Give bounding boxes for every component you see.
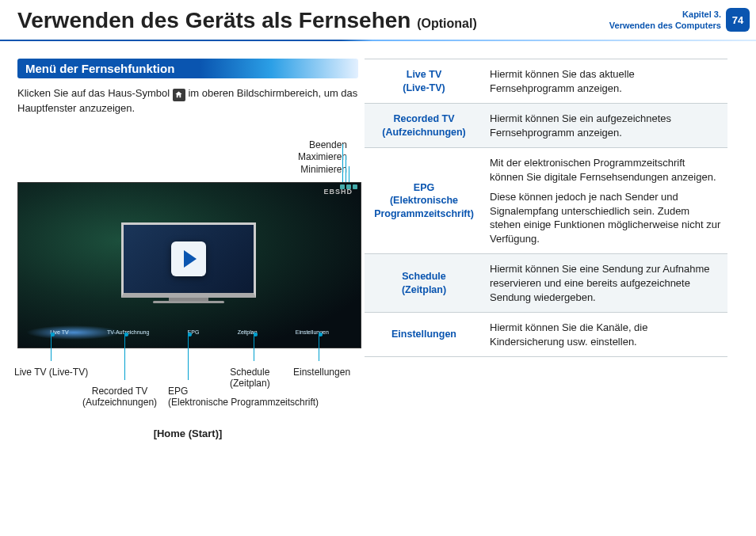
table-row: Schedule (Zeitplan) Hiermit können Sie e… — [365, 254, 727, 313]
callout-schedule: Schedule (Zeitplan) — [230, 367, 270, 390]
table-row: Live TV (Live-TV) Hiermit können Sie das… — [365, 59, 727, 104]
chapter-box: Kapitel 3. Verwenden des Computers 74 — [609, 8, 756, 32]
callout-live: Live TV (Live-TV) — [14, 367, 88, 378]
chapter-line2: Verwenden des Computers — [609, 20, 721, 31]
menu-callouts: Live TV (Live-TV) Recorded TV (Aufzeichn… — [17, 353, 358, 424]
row-label: Recorded TV (Aufzeichnungen) — [365, 104, 483, 148]
row-description: Hiermit können Sie eine Sendung zur Aufn… — [483, 254, 727, 313]
row-label: Schedule (Zeitplan) — [365, 254, 483, 313]
callout-settings: Einstellungen — [293, 367, 350, 378]
leader-line — [346, 155, 346, 184]
row-label: Live TV (Live-TV) — [365, 59, 483, 104]
leader-line — [342, 144, 343, 184]
row-description: Hiermit können Sie das aktuelle Fernsehp… — [483, 59, 727, 104]
window-control-callouts: Beenden Maximieren Minimieren — [17, 139, 347, 177]
chapter-line1: Kapitel 3. — [609, 9, 721, 20]
table-row: Recorded TV (Aufzeichnungen) Hiermit kön… — [365, 104, 727, 148]
header-underline — [0, 40, 756, 41]
tv-monitor-graphic — [121, 222, 256, 303]
channel-logo: EBSHD — [323, 188, 353, 196]
tv-app-screenshot: EBSHD Live TV TV-Aufzeichnung EPG Zeitpl… — [17, 182, 361, 348]
table-row: Einstellungen Hiermit können Sie die Kan… — [365, 313, 727, 357]
intro-part1: Klicken Sie auf das Haus-Symbol — [17, 87, 173, 99]
page-title: Verwenden des Geräts als Fernsehen (Opti… — [17, 8, 477, 33]
page-number-badge: 74 — [726, 8, 750, 32]
callout-close: Beenden — [17, 139, 347, 152]
row-label: EPG (Elektronische Programmzeitschrift) — [365, 148, 483, 254]
leader-line — [349, 166, 349, 184]
play-button[interactable] — [171, 241, 206, 276]
title-optional: (Optional) — [417, 17, 477, 30]
callout-epg: EPG (Elektronische Programmzeitschrift) — [168, 386, 350, 409]
callout-maximize: Maximieren — [17, 151, 347, 164]
row-description: Mit der elektronischen Programmzeitschri… — [483, 148, 727, 254]
title-main: Verwenden des Geräts als Fernsehen — [17, 8, 410, 32]
section-title: Menü der Fernsehfunktion — [17, 59, 358, 78]
row-label: Einstellungen — [365, 313, 483, 357]
row-description: Hiermit können Sie die Kanäle, die Kinde… — [483, 313, 727, 357]
callout-recorded: Recorded TV (Aufzeichnungen) — [82, 386, 157, 409]
callout-minimize: Minimieren — [17, 164, 347, 177]
table-row: EPG (Elektronische Programmzeitschrift) … — [365, 148, 727, 254]
intro-text: Klicken Sie auf das Haus-Symbol im obere… — [17, 86, 358, 116]
screenshot-caption: [Home (Start)] — [17, 428, 358, 439]
close-icon[interactable] — [353, 184, 357, 189]
row-description: Hiermit können Sie ein aufgezeichnetes F… — [483, 104, 727, 148]
home-icon — [173, 89, 185, 101]
play-icon — [184, 250, 197, 268]
menu-settings[interactable]: Einstellungen — [296, 329, 329, 335]
function-table: Live TV (Live-TV) Hiermit können Sie das… — [365, 59, 727, 357]
